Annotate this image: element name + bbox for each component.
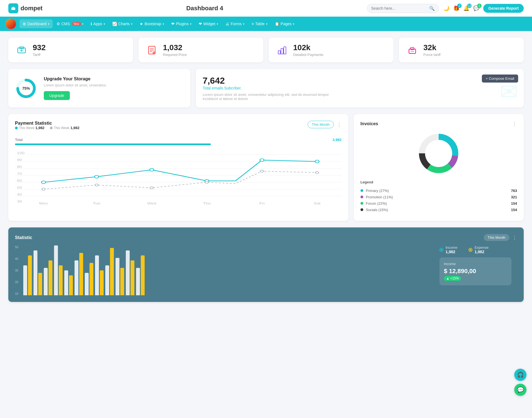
more-options-icon[interactable]: ⋮ bbox=[337, 122, 342, 128]
legend-dot-2 bbox=[50, 127, 53, 129]
invoices-header: Invoices ⋮ bbox=[360, 121, 517, 127]
nav-item-forms[interactable]: 🖨 Forms ▾ bbox=[222, 19, 248, 28]
legend-title: Legend bbox=[360, 180, 517, 184]
inv-dot-primary bbox=[360, 189, 363, 192]
statistic-more-icon[interactable]: ⋮ bbox=[512, 235, 517, 241]
required-price-number: 1,032 bbox=[163, 43, 187, 52]
logo-text: dompet bbox=[21, 5, 42, 12]
required-price-icon bbox=[145, 43, 158, 57]
statistic-bar-chart: 50 40 30 20 10 bbox=[15, 245, 434, 295]
bar-white-5 bbox=[64, 270, 68, 295]
nav-label-pages: Pages bbox=[281, 22, 292, 26]
nav-item-apps[interactable]: ℹ Apps ▾ bbox=[87, 19, 108, 28]
inv-promotion-value: 321 bbox=[511, 195, 517, 199]
nav-label-cms: CMS bbox=[62, 22, 70, 26]
bar-yellow-10 bbox=[120, 268, 124, 295]
charts-icon: 📈 bbox=[112, 22, 117, 26]
search-input[interactable] bbox=[371, 6, 427, 11]
inv-primary-label: Primary (27%) bbox=[366, 189, 389, 193]
svg-text:Mon: Mon bbox=[39, 202, 48, 204]
search-bar[interactable]: 🔍 bbox=[367, 4, 439, 13]
bar-white-8 bbox=[95, 255, 99, 295]
page-title: Dashboard 4 bbox=[186, 5, 223, 12]
force-tariff-number: 32k bbox=[423, 43, 441, 52]
payment-legend: This Week 1,982 This Week 1,982 bbox=[15, 126, 80, 130]
email-background-icon: ✉ bbox=[500, 79, 518, 105]
svg-point-43 bbox=[42, 181, 46, 184]
bell-icon[interactable]: 🔔 12 bbox=[463, 5, 469, 11]
income-expense-row: Income 1,982 Expense 1,982 bbox=[439, 245, 517, 254]
storage-donut-chart: 75% bbox=[15, 77, 37, 99]
gift-icon[interactable]: 🎁 2 bbox=[453, 5, 459, 11]
required-price-label: Required Price bbox=[163, 53, 187, 57]
up-icon: ▲ bbox=[446, 276, 449, 280]
y-50: 50 bbox=[15, 245, 18, 249]
expense-item: Expense 1,982 bbox=[469, 245, 489, 254]
nav-item-bootstrap[interactable]: ★ Bootstrap ▾ bbox=[136, 19, 167, 28]
statistic-section: Statistic This Month ⋮ 50 40 30 20 10 bbox=[8, 227, 524, 302]
forms-icon: 🖨 bbox=[225, 22, 229, 26]
table-icon: ≡ bbox=[252, 22, 254, 26]
inv-forum-label-wrap: Forum (22%) bbox=[360, 201, 387, 206]
nav-item-pages[interactable]: 📋 Pages ▾ bbox=[271, 19, 298, 28]
svg-point-49 bbox=[42, 188, 45, 190]
bar-yellow-8 bbox=[100, 270, 104, 295]
gift-badge: 2 bbox=[457, 4, 462, 8]
svg-text:Wed: Wed bbox=[147, 202, 156, 204]
stat-cards-row: 932 Tariff 1,032 Required Price 102k Det… bbox=[8, 38, 524, 62]
expense-value: 1,982 bbox=[475, 250, 489, 254]
user-avatar bbox=[6, 19, 16, 29]
svg-text:90: 90 bbox=[17, 158, 22, 162]
bar-white-4 bbox=[54, 245, 58, 295]
generate-report-button[interactable]: Generate Report bbox=[483, 4, 524, 13]
this-month-button[interactable]: This Month bbox=[308, 121, 334, 128]
inv-legend-primary: Primary (27%) 763 bbox=[360, 189, 517, 193]
nav-item-dashboard[interactable]: ⊞ Dashboard ▾ bbox=[19, 19, 53, 28]
chat-icon[interactable]: 💬 5 bbox=[473, 5, 479, 11]
bar-yellow-9 bbox=[110, 248, 114, 295]
upgrade-button[interactable]: Upgrade bbox=[44, 91, 70, 100]
svg-text:Tue: Tue bbox=[93, 202, 101, 204]
line-chart-svg: 100 90 80 70 60 50 40 30 Mon Tue Wed Thu… bbox=[15, 149, 342, 204]
legend-item-1: This Week 1,982 bbox=[15, 126, 44, 130]
payment-statistic-card: Payment Statistic This Week 1,982 This W… bbox=[8, 114, 348, 221]
bar-group-10 bbox=[116, 258, 124, 295]
bar-group-1 bbox=[23, 255, 32, 295]
nav-item-cms[interactable]: ⚙ CMS New ▾ bbox=[53, 19, 87, 28]
svg-point-54 bbox=[315, 171, 319, 174]
bar-group-6 bbox=[75, 253, 83, 295]
cms-badge: New bbox=[72, 22, 81, 26]
bootstrap-icon: ★ bbox=[140, 22, 143, 26]
y-30: 30 bbox=[15, 269, 18, 272]
payment-invoices-row: Payment Statistic This Week 1,982 This W… bbox=[8, 114, 524, 221]
inv-socials-label: Socials (15%) bbox=[366, 208, 388, 212]
line-chart-area: 100 90 80 70 60 50 40 30 Mon Tue Wed Thu… bbox=[15, 149, 342, 204]
inv-promotion-label: Promotion (11%) bbox=[366, 195, 393, 199]
email-subscribers-card: + Compose Email 7,642 Total emails Subcr… bbox=[196, 69, 524, 107]
inv-dot-socials bbox=[360, 208, 363, 211]
legend-dot-1 bbox=[15, 127, 18, 129]
total-value: 3,982 bbox=[332, 138, 342, 142]
nav-item-widget[interactable]: ❤ Widget ▾ bbox=[195, 19, 222, 28]
svg-point-53 bbox=[260, 170, 264, 172]
email-description: Lorem ipsum dolor sit amet, consectetur … bbox=[203, 93, 341, 101]
bar-group-9 bbox=[105, 248, 114, 295]
upgrade-storage-card: 75% Upgrade Your Storage Lorem ipsum dol… bbox=[8, 69, 190, 107]
nav-label-plugins: Plugins bbox=[176, 22, 189, 26]
legend-item-2: This Week 1,982 bbox=[50, 126, 79, 130]
bar-group-8 bbox=[95, 255, 104, 295]
moon-icon[interactable]: 🌙 bbox=[443, 5, 449, 11]
statistic-month-button[interactable]: This Month bbox=[484, 234, 509, 241]
nav-item-table[interactable]: ≡ Table ▾ bbox=[248, 19, 271, 28]
payment-controls: This Month ⋮ bbox=[308, 121, 341, 128]
nav-label-forms: Forms bbox=[231, 22, 242, 26]
nav-item-charts[interactable]: 📈 Charts ▾ bbox=[109, 19, 136, 28]
expense-radio-icon bbox=[469, 248, 472, 252]
invoices-more-icon[interactable]: ⋮ bbox=[512, 121, 517, 127]
search-icon[interactable]: 🔍 bbox=[429, 6, 435, 11]
dashboard-icon: ⊞ bbox=[23, 22, 26, 26]
nav-item-plugins[interactable]: ❤ Plugins ▾ bbox=[168, 19, 195, 28]
total-label: Total bbox=[15, 138, 22, 142]
nav-label-bootstrap: Bootstrap bbox=[145, 22, 161, 26]
stat-card-force-tariff: 32k Force tariff bbox=[399, 38, 524, 62]
